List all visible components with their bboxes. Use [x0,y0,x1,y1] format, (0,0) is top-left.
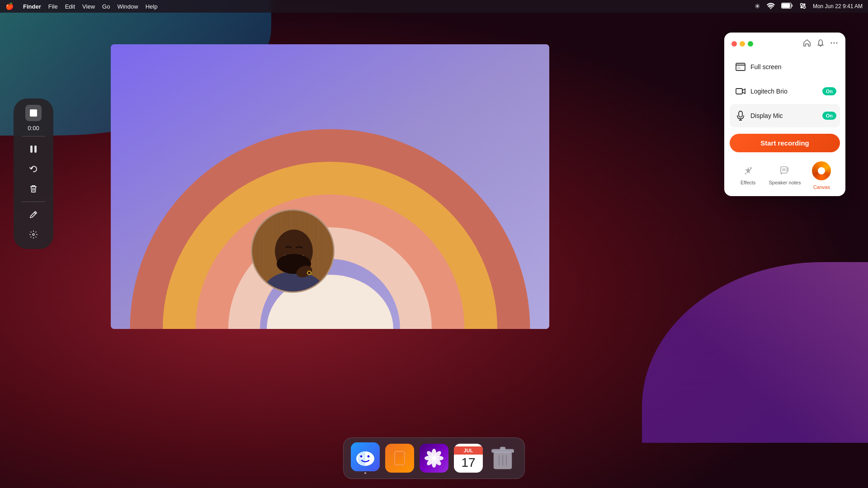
timer-display: 0:00 [28,125,39,131]
svg-point-39 [368,455,370,458]
canvas-button[interactable]: Canvas [803,161,840,190]
svg-rect-55 [500,447,505,450]
draw-button[interactable] [25,206,42,223]
undo-button[interactable] [25,161,42,177]
wifi-icon[interactable] [767,3,775,10]
fullscreen-row[interactable]: Full screen [730,55,840,79]
menubar-datetime: Mon Jun 22 9:41 AM [813,3,863,9]
desktop: 🍎 Finder File Edit View Go Window Help ✳ [0,0,868,488]
svg-point-57 [834,42,835,44]
svg-line-33 [31,237,32,238]
svg-rect-2 [792,5,793,7]
calendar-day: 17 [461,455,475,470]
panel-titlebar [724,33,845,53]
traffic-lights [731,41,753,47]
presentation-slide [111,44,549,329]
menubar-edit[interactable]: Edit [65,3,75,10]
speaker-notes-label: Speaker notes [769,180,801,185]
home-icon[interactable] [803,39,811,49]
mic-label: Display Mic [750,112,822,119]
panel-bottom-bar: Effects S [724,158,845,196]
svg-rect-63 [739,111,742,117]
effects-button[interactable]: Effects [730,166,766,185]
svg-point-58 [836,42,838,44]
svg-point-67 [745,173,746,174]
notch-menubar-icon[interactable]: ✳ [755,2,760,10]
svg-point-5 [800,6,802,8]
svg-rect-21 [34,145,37,153]
svg-line-30 [31,232,32,233]
svg-rect-1 [782,4,790,8]
delete-button[interactable] [25,181,42,197]
toolbar-divider-2 [22,202,46,202]
camera-label: Logitech Brio [750,88,822,95]
svg-line-24 [34,212,36,214]
svg-rect-20 [30,145,33,153]
svg-point-56 [831,42,832,44]
effects-icon [743,166,753,178]
recording-panel: Full screen Logitech Brio On [724,33,845,196]
content-area: 0:00 [0,13,868,488]
mic-row[interactable]: Display Mic On [730,104,840,127]
camera-toggle[interactable]: On [822,87,836,95]
toolbar-divider [22,136,46,136]
svg-point-25 [33,234,34,235]
menubar-app-name[interactable]: Finder [23,3,41,10]
menubar: 🍎 Finder File Edit View Go Window Help ✳ [0,0,868,13]
svg-point-49 [432,456,436,460]
svg-rect-62 [736,89,742,94]
speaker-notes-button[interactable]: Speaker notes [766,166,803,185]
stop-icon [30,109,37,117]
start-recording-button[interactable]: Start recording [730,134,840,152]
menubar-help[interactable]: Help [146,3,158,10]
speaker-notes-icon [780,166,790,178]
camera-row[interactable]: Logitech Brio On [730,80,840,103]
more-options-icon[interactable] [830,39,838,49]
pause-button[interactable] [25,141,42,157]
dock: JUL 17 [343,437,525,479]
menubar-view[interactable]: View [82,3,95,10]
dock-item-finder[interactable] [351,442,380,474]
dock-item-notch[interactable] [420,444,448,473]
svg-point-38 [360,455,363,458]
svg-point-6 [803,6,805,8]
maximize-window-button[interactable] [748,41,753,47]
svg-line-31 [36,237,37,238]
svg-point-4 [803,3,805,5]
stop-button[interactable] [25,105,42,121]
camera-icon [733,84,748,99]
svg-point-66 [750,167,752,169]
canvas-label: Canvas [813,184,830,190]
dock-item-calendar[interactable]: JUL 17 [454,444,483,473]
battery-icon [781,3,793,10]
menubar-go[interactable]: Go [102,3,110,10]
svg-rect-68 [781,167,787,173]
minimize-window-button[interactable] [740,41,745,47]
close-window-button[interactable] [731,41,737,47]
dock-item-books[interactable] [385,444,414,473]
fullscreen-label: Full screen [750,63,836,70]
bell-icon[interactable] [816,39,825,49]
svg-line-32 [36,232,37,233]
effects-toolbar-button[interactable] [25,226,42,243]
recording-toolbar: 0:00 [14,99,53,249]
webcam-overlay [251,209,335,293]
calendar-month: JUL [454,446,483,455]
dock-item-trash[interactable] [488,444,517,473]
fullscreen-icon [733,60,748,74]
mic-toggle[interactable]: On [822,112,836,120]
svg-rect-61 [737,66,741,69]
menubar-file[interactable]: File [48,3,58,10]
apple-logo-icon[interactable]: 🍎 [5,2,14,10]
menubar-window[interactable]: Window [117,3,138,10]
effects-label: Effects [741,180,755,185]
mic-icon [733,108,748,123]
dock-indicator-finder [364,472,366,474]
canvas-icon [812,161,831,183]
control-center-icon[interactable] [799,2,807,11]
svg-point-3 [800,3,802,5]
